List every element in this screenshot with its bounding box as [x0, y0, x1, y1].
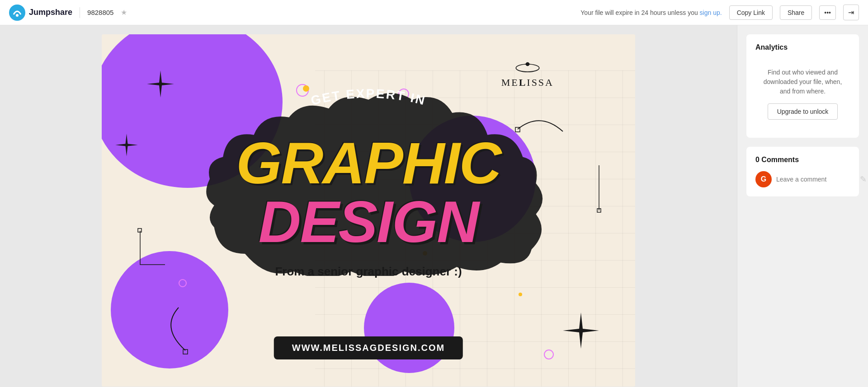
circle-bottom-right	[364, 283, 454, 373]
comments-card: 0 Comments G ✎	[746, 147, 859, 196]
design-text: DESIGN	[259, 188, 478, 256]
expiry-message: Your file will expire in 24 hours unless…	[580, 9, 722, 16]
url-badge: WWW.MELISSAGDESIGN.COM	[274, 336, 463, 359]
deco-dot-yellow-3	[519, 293, 522, 296]
analytics-title: Analytics	[755, 43, 850, 51]
upgrade-to-unlock-button[interactable]: Upgrade to unlock	[768, 103, 838, 120]
header-divider	[80, 7, 80, 18]
svg-rect-5	[138, 228, 142, 232]
svg-point-1	[16, 14, 19, 17]
logo-link[interactable]: Jumpshare	[9, 5, 72, 21]
sidebar: Analytics Find out who viewed and downlo…	[737, 25, 868, 387]
graphic-text: GRAPHIC	[236, 129, 500, 197]
analytics-body: Find out who viewed and downloaded your …	[755, 59, 850, 129]
user-avatar: G	[755, 171, 772, 187]
main-content-area: MEMELISSALISSA GET EXPERT IN	[0, 25, 868, 387]
analytics-card: Analytics Find out who viewed and downlo…	[746, 34, 859, 138]
more-options-button[interactable]: •••	[819, 5, 836, 20]
expiry-text-part: Your file will expire in 24 hours unless…	[580, 9, 698, 16]
svg-point-0	[9, 5, 25, 21]
copy-link-button[interactable]: Copy Link	[729, 5, 773, 20]
exit-button[interactable]: ⇥	[843, 5, 859, 20]
header: Jumpshare 9828805 ★ Your file will expir…	[0, 0, 868, 25]
star-icon[interactable]: ★	[121, 8, 127, 17]
comment-input-row: G ✎	[755, 171, 850, 187]
expert-in-banner: GET EXPERT IN	[255, 88, 481, 126]
image-container: MEMELISSALISSA GET EXPERT IN	[102, 34, 635, 387]
exit-icon: ⇥	[848, 9, 854, 16]
file-name: 9828805	[87, 9, 113, 16]
sparkle-top-left	[147, 70, 174, 99]
svg-text:GET EXPERT IN: GET EXPERT IN	[309, 88, 427, 108]
comments-title: 0 Comments	[755, 156, 850, 164]
analytics-desc: Find out who viewed and downloaded your …	[760, 68, 845, 96]
sparkle-left	[115, 134, 138, 158]
preview-area: MEMELISSALISSA GET EXPERT IN	[0, 25, 737, 387]
user-icon[interactable]: ✎	[860, 174, 867, 184]
sign-up-link[interactable]: sign up.	[700, 9, 722, 16]
graphic-design-canvas: MEMELISSALISSA GET EXPERT IN	[102, 34, 635, 387]
deco-circle-4	[179, 279, 187, 287]
orbit-icon	[514, 61, 541, 75]
deco-circle-5	[544, 350, 554, 359]
melissa-logo: MEMELISSALISSA	[501, 61, 554, 89]
subtitle-text: From a senior graphic designer :)	[275, 265, 462, 279]
jumpshare-logo-icon	[9, 5, 25, 21]
logo-text: Jumpshare	[29, 8, 72, 17]
comment-input[interactable]	[776, 176, 855, 183]
share-button[interactable]: Share	[780, 5, 812, 20]
sparkle-bottom-right	[563, 312, 599, 350]
